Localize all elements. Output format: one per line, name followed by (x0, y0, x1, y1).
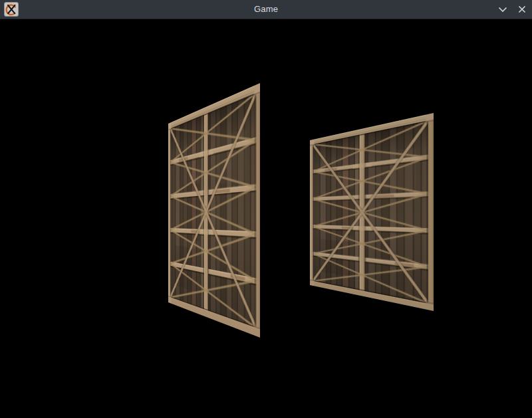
close-button[interactable] (515, 2, 529, 17)
window-title: Game (0, 0, 532, 19)
minimize-button[interactable] (495, 2, 510, 17)
close-icon (517, 4, 527, 15)
wooden-crate-texture (310, 113, 434, 311)
wooden-panel-left (168, 83, 260, 338)
wooden-panel-right (310, 113, 434, 311)
wooden-crate-texture (168, 83, 260, 338)
window-titlebar: Game (0, 0, 532, 19)
game-window: Game (0, 0, 532, 418)
chevron-down-icon (497, 4, 508, 15)
window-controls (495, 0, 529, 19)
game-viewport[interactable] (0, 0, 532, 418)
